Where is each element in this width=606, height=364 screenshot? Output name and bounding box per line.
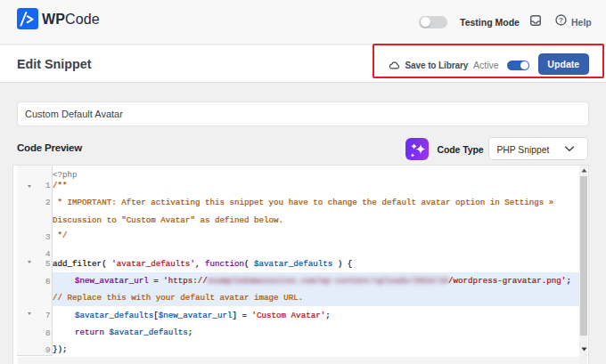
svg-text:?: ? [559,16,563,24]
